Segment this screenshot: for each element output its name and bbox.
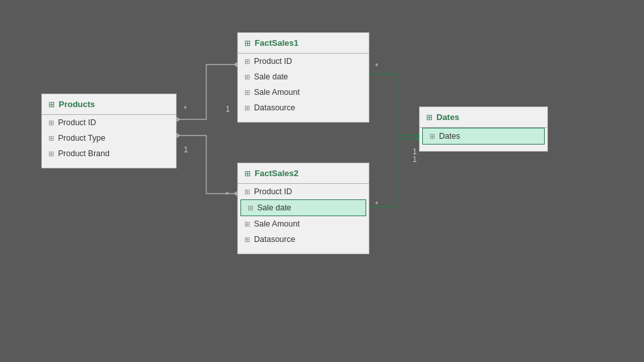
table-row[interactable]: ⊞ Product Brand	[42, 146, 176, 161]
table-row[interactable]: ⊞ Product ID	[238, 184, 369, 199]
field-label: Product ID	[254, 187, 292, 196]
field-icon: ⊞	[244, 188, 250, 196]
table-row[interactable]: ⊞ Sale date	[238, 69, 369, 85]
field-label: Product Type	[58, 134, 105, 143]
table-factsales2[interactable]: ⊞ FactSales2 ⊞ Product ID ⊞ Sale date ⊞ …	[237, 163, 369, 254]
cardinality-fs1-dates-fs1: *	[375, 62, 378, 71]
table-row[interactable]: ⊞ Product ID	[42, 115, 176, 130]
field-label: Product Brand	[58, 149, 110, 158]
field-icon: ⊞	[244, 57, 250, 66]
field-icon: ⊞	[48, 119, 54, 127]
table-row[interactable]: ⊞ Sale Amount	[238, 85, 369, 100]
table-dates[interactable]: ⊞ Dates ⊞ Dates	[419, 106, 548, 152]
field-label: Product ID	[58, 118, 96, 127]
field-label: Sale date	[254, 72, 288, 81]
table-row[interactable]: ⊞ Datasource	[238, 100, 369, 116]
field-icon: ⊞	[429, 132, 435, 141]
field-icon: ⊞	[48, 134, 54, 143]
cardinality-products-fs1-fs1: 1	[226, 105, 230, 114]
table-products-header: ⊞ Products	[42, 94, 176, 115]
svg-marker-1	[177, 117, 181, 122]
table-products-title: Products	[59, 99, 95, 109]
table-factsales1-header: ⊞ FactSales1	[238, 33, 369, 54]
field-icon: ⊞	[244, 88, 250, 97]
table-row-highlighted[interactable]: ⊞ Sale date	[240, 199, 366, 216]
table-dates-icon: ⊞	[426, 113, 433, 122]
table-products[interactable]: ⊞ Products ⊞ Product ID ⊞ Product Type ⊞…	[41, 94, 177, 168]
field-label: Product ID	[254, 57, 292, 66]
cardinality-products-fs2-fs2: *	[226, 190, 229, 199]
field-icon: ⊞	[48, 150, 54, 158]
field-label: Sale Amount	[254, 88, 300, 97]
cardinality-products-fs2-products: 1	[184, 145, 188, 154]
table-factsales1-icon: ⊞	[244, 39, 251, 48]
svg-marker-3	[177, 133, 181, 138]
field-label: Sale date	[257, 203, 291, 212]
field-label: Sale Amount	[254, 219, 300, 228]
table-row[interactable]: ⊞ Datasource	[238, 232, 369, 247]
table-products-icon: ⊞	[48, 100, 55, 109]
table-factsales1[interactable]: ⊞ FactSales1 ⊞ Product ID ⊞ Sale date ⊞ …	[237, 32, 369, 123]
field-label: Dates	[439, 132, 460, 141]
table-row[interactable]: ⊞ Sale Amount	[238, 216, 369, 232]
field-label: Datasource	[254, 103, 295, 112]
table-factsales2-title: FactSales2	[255, 168, 298, 178]
table-row-highlighted[interactable]: ⊞ Dates	[422, 128, 545, 145]
field-icon: ⊞	[244, 220, 250, 228]
table-factsales2-header: ⊞ FactSales2	[238, 163, 369, 184]
cardinality-fs2-dates-fs2: *	[375, 200, 378, 209]
table-row[interactable]: ⊞ Product Type	[42, 130, 176, 146]
diagram-canvas: * 1 1 * * 1 * 1 ⊞ Products ⊞ Product ID …	[0, 0, 644, 362]
table-dates-title: Dates	[436, 112, 459, 122]
field-icon: ⊞	[244, 104, 250, 112]
table-factsales1-title: FactSales1	[255, 38, 298, 48]
field-icon: ⊞	[248, 204, 253, 212]
field-icon: ⊞	[244, 73, 250, 81]
table-row[interactable]: ⊞ Product ID	[238, 54, 369, 69]
field-label: Datasource	[254, 235, 295, 244]
table-dates-header: ⊞ Dates	[420, 107, 547, 128]
table-factsales2-icon: ⊞	[244, 169, 251, 178]
cardinality-products-fs1-products: *	[184, 105, 187, 114]
cardinality-fs2-dates-dates: 1	[413, 155, 417, 164]
field-icon: ⊞	[244, 236, 250, 244]
